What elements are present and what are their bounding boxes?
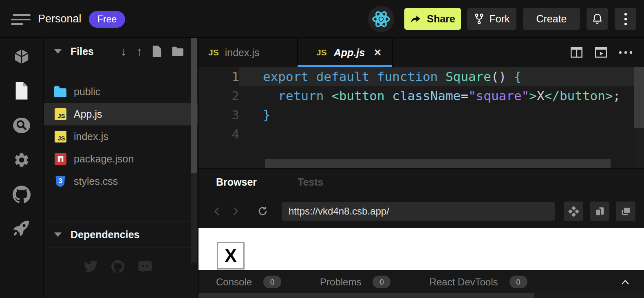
workspace-name: Personal bbox=[38, 13, 82, 25]
folder-icon bbox=[54, 86, 66, 98]
back-icon[interactable] bbox=[208, 206, 226, 217]
editor-horizontal-scrollbar bbox=[198, 159, 634, 168]
device-frames-button[interactable] bbox=[590, 202, 609, 221]
discord-icon[interactable] bbox=[138, 260, 152, 273]
fork-icon bbox=[474, 13, 484, 25]
plan-badge: Free bbox=[89, 11, 125, 28]
forward-icon[interactable] bbox=[226, 206, 244, 217]
line-number: 3 bbox=[198, 105, 239, 125]
tab-label: App.js bbox=[334, 47, 365, 59]
files-panel-title: Files bbox=[71, 46, 94, 57]
search-icon[interactable] bbox=[12, 116, 31, 135]
browser-panel: Browser Tests https://vkd4n8.csb.app/ bbox=[198, 168, 644, 298]
download-icon[interactable]: ↓ bbox=[121, 46, 127, 57]
github-footer-icon[interactable] bbox=[111, 260, 124, 273]
editor-vertical-scrollbar bbox=[634, 67, 644, 168]
editor-hscroll-thumb[interactable] bbox=[265, 159, 611, 168]
preview-window-icon[interactable] bbox=[594, 46, 608, 58]
tab-browser[interactable]: Browser bbox=[216, 176, 257, 188]
close-tab-icon[interactable]: ✕ bbox=[374, 47, 382, 58]
files-scrollbar-thumb[interactable] bbox=[191, 38, 197, 173]
bottom-scrollbar bbox=[198, 293, 644, 298]
files-panel: Files ↓ ↑ public JS App.js bbox=[44, 38, 198, 298]
tab-tests[interactable]: Tests bbox=[298, 176, 323, 188]
settings-gear-icon[interactable] bbox=[12, 150, 31, 170]
share-button[interactable]: Share bbox=[404, 8, 461, 30]
square-button[interactable]: X bbox=[217, 242, 245, 270]
reload-icon[interactable] bbox=[254, 206, 272, 217]
open-new-window-button[interactable] bbox=[616, 202, 635, 221]
file-row-appjs[interactable]: JS App.js bbox=[44, 103, 198, 125]
github-icon[interactable] bbox=[12, 185, 31, 204]
editor-actions bbox=[570, 38, 644, 67]
kebab-menu-icon bbox=[624, 12, 627, 26]
expand-devtools-chevron-icon[interactable] bbox=[620, 279, 630, 285]
code-line: 3 } bbox=[198, 105, 634, 125]
editor-tab-bar: JS index.js JS App.js ✕ bbox=[198, 38, 644, 67]
file-name: package.json bbox=[74, 153, 134, 165]
react-devtools-tab[interactable]: React DevTools bbox=[429, 276, 498, 288]
responsive-mode-button[interactable] bbox=[564, 202, 583, 221]
devtools-bar: Console 0 Problems 0 React DevTools 0 bbox=[198, 270, 644, 293]
tab-label: index.js bbox=[225, 47, 260, 59]
new-folder-icon[interactable] bbox=[172, 46, 184, 57]
npm-file-icon bbox=[54, 153, 66, 165]
new-file-icon[interactable] bbox=[152, 46, 162, 57]
dependencies-section-header[interactable]: Dependencies bbox=[44, 221, 198, 248]
file-row-indexjs[interactable]: JS index.js bbox=[44, 125, 198, 148]
editor-overflow-icon[interactable] bbox=[619, 51, 633, 54]
file-name: public bbox=[74, 86, 100, 98]
code-line: 2 return <button className="square">X</b… bbox=[198, 86, 634, 105]
device-frames-icon bbox=[594, 206, 606, 217]
react-logo[interactable] bbox=[368, 6, 394, 32]
browser-tab-row: Browser Tests bbox=[198, 169, 644, 195]
file-row-packagejson[interactable]: package.json bbox=[44, 148, 198, 170]
codesandbox-app: Personal Free Share Fork bbox=[0, 0, 644, 298]
twitter-icon[interactable] bbox=[84, 260, 98, 273]
editor-vscroll-thumb[interactable] bbox=[634, 67, 644, 128]
console-count-badge: 0 bbox=[263, 276, 281, 288]
javascript-file-icon: JS bbox=[54, 131, 66, 143]
js-file-badge: JS bbox=[316, 48, 327, 57]
file-name: styles.css bbox=[74, 175, 118, 187]
tab-appjs[interactable]: JS App.js ✕ bbox=[298, 38, 393, 67]
file-list: public JS App.js JS index.js package.jso… bbox=[44, 81, 198, 193]
browser-actions bbox=[564, 202, 644, 221]
file-name: index.js bbox=[74, 131, 108, 142]
console-tab[interactable]: Console bbox=[216, 276, 252, 288]
split-view-icon[interactable] bbox=[570, 46, 583, 58]
line-number: 4 bbox=[198, 125, 239, 144]
js-file-badge: JS bbox=[208, 48, 219, 57]
app-preview-frame: X bbox=[198, 228, 644, 270]
file-explorer-icon[interactable] bbox=[12, 81, 31, 101]
hamburger-menu-icon[interactable] bbox=[11, 14, 31, 25]
top-header: Personal Free Share Fork bbox=[0, 0, 644, 38]
create-button[interactable]: Create bbox=[523, 8, 580, 30]
create-label: Create bbox=[536, 13, 567, 25]
overflow-menu-button[interactable] bbox=[615, 8, 636, 30]
fork-button[interactable]: Fork bbox=[467, 8, 516, 30]
browser-nav-row: https://vkd4n8.csb.app/ bbox=[198, 195, 644, 227]
css-file-icon: 3 bbox=[54, 175, 66, 188]
line-number: 1 bbox=[198, 67, 239, 86]
upload-icon[interactable]: ↑ bbox=[137, 46, 143, 57]
bottom-scrollbar-thumb[interactable] bbox=[198, 293, 534, 298]
sandbox-cube-icon[interactable] bbox=[12, 47, 31, 66]
share-arrow-icon bbox=[410, 13, 421, 25]
tab-indexjs[interactable]: JS index.js bbox=[198, 38, 298, 67]
file-row-public[interactable]: public bbox=[44, 81, 198, 103]
diamond-grid-icon bbox=[568, 206, 580, 217]
code-editor[interactable]: 1 export default function Square() { 2 r… bbox=[198, 67, 634, 159]
deploy-rocket-icon[interactable] bbox=[12, 218, 31, 238]
file-row-stylescss[interactable]: 3 styles.css bbox=[44, 170, 198, 193]
url-bar[interactable]: https://vkd4n8.csb.app/ bbox=[282, 202, 555, 221]
react-atom-icon bbox=[372, 10, 390, 28]
svg-text:3: 3 bbox=[59, 177, 62, 184]
files-collapse-chevron-icon[interactable] bbox=[54, 49, 62, 54]
dependencies-collapse-chevron-icon bbox=[54, 232, 62, 237]
problems-tab[interactable]: Problems bbox=[320, 276, 361, 288]
problems-count-badge: 0 bbox=[373, 276, 390, 288]
file-name: App.js bbox=[74, 108, 102, 120]
notifications-button[interactable] bbox=[587, 8, 608, 30]
fork-label: Fork bbox=[490, 13, 510, 25]
